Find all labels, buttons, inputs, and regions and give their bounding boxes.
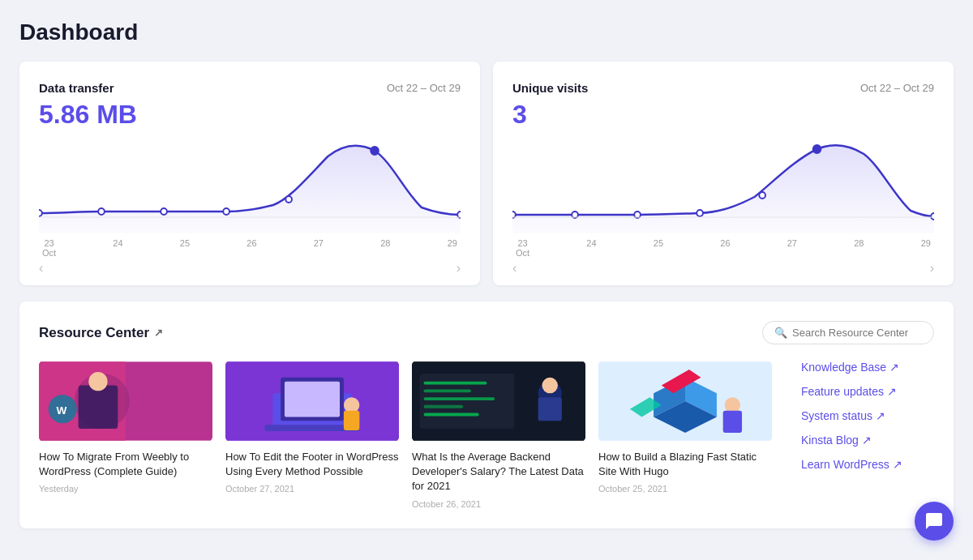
svg-point-2 xyxy=(161,208,167,215)
data-transfer-nav: ‹ › xyxy=(39,258,461,276)
svg-point-0 xyxy=(39,210,42,216)
data-transfer-card: Data transfer Oct 22 – Oct 29 5.86 MB xyxy=(19,62,480,285)
knowledge-base-link[interactable]: Knowledge Base ↗ xyxy=(801,361,934,374)
article-image xyxy=(225,361,399,442)
svg-rect-37 xyxy=(424,405,464,408)
unique-visits-value: 3 xyxy=(512,100,934,130)
feature-updates-ext-icon: ↗ xyxy=(887,385,897,398)
data-transfer-next[interactable]: › xyxy=(456,261,461,276)
articles-grid: W How To Migrate From Weebly to WordPres… xyxy=(39,361,772,509)
resource-center-header: Resource Center ↗ 🔍 xyxy=(39,321,934,344)
data-transfer-labels: 23Oct 24 25 26 27 28 29 xyxy=(39,233,461,258)
svg-text:W: W xyxy=(56,404,66,417)
svg-rect-28 xyxy=(285,382,340,417)
data-transfer-prev[interactable]: ‹ xyxy=(39,261,43,276)
svg-point-12 xyxy=(759,192,765,199)
svg-point-11 xyxy=(697,210,703,216)
search-input[interactable] xyxy=(792,327,922,339)
unique-visits-title: Unique visits xyxy=(512,81,588,95)
article-title: How To Migrate From Weebly to WordPress … xyxy=(39,450,212,479)
article-image xyxy=(412,361,585,442)
svg-rect-34 xyxy=(424,382,487,385)
svg-rect-36 xyxy=(424,397,495,400)
resource-center-ext-icon: ↗ xyxy=(154,327,163,339)
svg-point-40 xyxy=(542,378,558,393)
article-card: How to Build a Blazing Fast Static Site … xyxy=(598,361,772,509)
svg-rect-41 xyxy=(538,397,562,421)
kinsta-blog-ext-icon: ↗ xyxy=(862,434,872,447)
resource-center-title: Resource Center ↗ xyxy=(39,325,163,341)
svg-point-20 xyxy=(88,372,107,391)
article-image xyxy=(598,361,772,442)
article-card: W How To Migrate From Weebly to WordPres… xyxy=(39,361,212,509)
svg-rect-19 xyxy=(79,386,118,430)
resource-content: W How To Migrate From Weebly to WordPres… xyxy=(39,361,934,509)
unique-visits-card: Unique visits Oct 22 – Oct 29 3 xyxy=(493,62,954,285)
kinsta-blog-link[interactable]: Kinsta Blog ↗ xyxy=(801,434,934,447)
knowledge-base-ext-icon: ↗ xyxy=(889,361,899,374)
svg-point-14 xyxy=(931,213,934,220)
article-date: October 26, 2021 xyxy=(412,499,585,509)
article-date: October 25, 2021 xyxy=(598,484,772,494)
unique-visits-nav: ‹ › xyxy=(512,258,934,276)
svg-rect-35 xyxy=(424,389,471,392)
charts-row: Data transfer Oct 22 – Oct 29 5.86 MB xyxy=(19,62,954,285)
article-title: What Is the Average Backend Developer's … xyxy=(412,450,585,494)
svg-point-5 xyxy=(371,147,379,155)
resource-search-box[interactable]: 🔍 xyxy=(762,321,934,344)
svg-point-3 xyxy=(223,208,229,215)
article-date: Yesterday xyxy=(39,484,212,494)
article-title: How To Edit the Footer in WordPress Usin… xyxy=(225,450,399,479)
svg-point-1 xyxy=(98,208,105,215)
svg-rect-49 xyxy=(723,411,742,433)
svg-rect-38 xyxy=(424,413,479,417)
search-icon: 🔍 xyxy=(774,327,787,339)
data-transfer-title: Data transfer xyxy=(39,81,114,95)
article-card: What Is the Average Backend Developer's … xyxy=(412,361,585,509)
unique-visits-chart xyxy=(512,136,934,233)
unique-visits-prev[interactable]: ‹ xyxy=(512,261,517,276)
system-status-ext-icon: ↗ xyxy=(876,409,885,422)
svg-point-4 xyxy=(285,196,292,203)
resource-center-card: Resource Center ↗ 🔍 xyxy=(19,301,954,528)
learn-wordpress-ext-icon: ↗ xyxy=(893,458,902,471)
feature-updates-link[interactable]: Feature updates ↗ xyxy=(801,385,934,398)
svg-point-13 xyxy=(813,145,821,153)
unique-visits-next[interactable]: › xyxy=(930,261,934,276)
chat-bubble[interactable] xyxy=(915,502,954,541)
data-transfer-value: 5.86 MB xyxy=(39,100,461,130)
article-date: October 27, 2021 xyxy=(225,484,399,494)
unique-visits-header: Unique visits Oct 22 – Oct 29 xyxy=(512,81,934,95)
unique-visits-date: Oct 22 – Oct 29 xyxy=(860,82,934,94)
svg-rect-30 xyxy=(344,411,359,430)
article-card: How To Edit the Footer in WordPress Usin… xyxy=(225,361,399,509)
system-status-link[interactable]: System status ↗ xyxy=(801,409,934,422)
learn-wordpress-link[interactable]: Learn WordPress ↗ xyxy=(801,458,934,471)
article-title: How to Build a Blazing Fast Static Site … xyxy=(598,450,772,479)
data-transfer-date: Oct 22 – Oct 29 xyxy=(387,82,461,94)
data-transfer-header: Data transfer Oct 22 – Oct 29 xyxy=(39,81,461,95)
page-title: Dashboard xyxy=(19,19,954,45)
unique-visits-labels: 23Oct 24 25 26 27 28 29 xyxy=(512,233,934,258)
article-image: W xyxy=(39,361,212,442)
sidebar-links: Knowledge Base ↗ Feature updates ↗ Syste… xyxy=(788,361,934,509)
data-transfer-chart xyxy=(39,136,461,233)
